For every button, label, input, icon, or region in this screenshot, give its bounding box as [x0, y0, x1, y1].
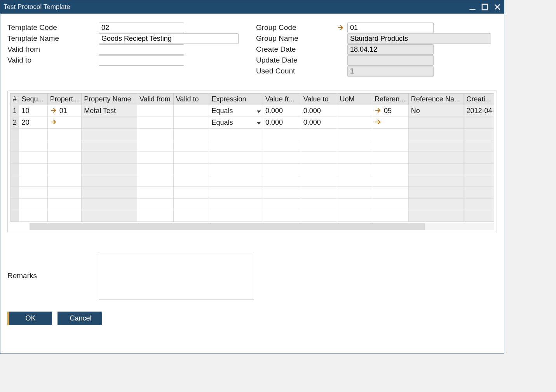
cell-creation: 2012-04-	[464, 105, 494, 117]
cell-reference[interactable]: 05	[372, 105, 409, 117]
table-row-empty[interactable]	[10, 199, 494, 210]
group-code-input[interactable]	[347, 23, 434, 33]
update-date-label: Update Date	[256, 56, 347, 64]
table-row-empty[interactable]	[10, 164, 494, 175]
used-count-input	[347, 66, 434, 77]
reference-link-icon[interactable]	[375, 107, 382, 114]
cell-value-to[interactable]: 0.000	[301, 105, 337, 117]
reference-link-icon[interactable]	[375, 118, 382, 125]
test-protocol-window: Test Protocol Template Template Code Tem…	[0, 0, 504, 354]
table-row-empty[interactable]	[10, 140, 494, 152]
valid-to-input[interactable]	[99, 55, 184, 66]
cell-uom[interactable]	[337, 117, 372, 129]
cell-property[interactable]	[47, 117, 82, 129]
col-sequence[interactable]: Sequ...	[19, 94, 47, 105]
grid-horizontal-scrollbar[interactable]	[10, 223, 494, 230]
property-link-icon[interactable]	[50, 107, 58, 114]
group-code-label: Group Code	[256, 23, 347, 32]
svg-rect-1	[482, 4, 488, 10]
cell-rownum: 1	[10, 105, 19, 117]
template-name-input[interactable]	[99, 33, 239, 44]
create-date-input	[347, 44, 434, 55]
col-valid-to[interactable]: Valid to	[173, 94, 209, 105]
table-row-empty[interactable]	[10, 152, 494, 164]
group-name-label: Group Name	[256, 34, 347, 43]
property-link-icon[interactable]	[50, 118, 58, 125]
table-row-empty[interactable]	[10, 175, 494, 187]
cell-sequence[interactable]: 20	[19, 117, 47, 129]
expression-dropdown-icon[interactable]	[256, 118, 261, 127]
cell-reference-name	[408, 117, 464, 129]
col-value-to[interactable]: Value to	[301, 94, 337, 105]
remarks-input[interactable]	[99, 252, 254, 300]
cell-value-from[interactable]: 0.000	[263, 117, 301, 129]
table-row-empty[interactable]	[10, 129, 494, 140]
table-row[interactable]: 11001Metal TestEquals0.0000.00005No2012-…	[10, 105, 494, 117]
cell-valid-from[interactable]	[137, 105, 173, 117]
col-uom[interactable]: UoM	[337, 94, 372, 105]
ok-button[interactable]: OK	[7, 312, 52, 325]
col-property[interactable]: Propert...	[47, 94, 82, 105]
cell-value-to[interactable]: 0.000	[301, 117, 337, 129]
valid-from-label: Valid from	[7, 45, 99, 54]
cell-property-name	[82, 117, 137, 129]
create-date-label: Create Date	[256, 45, 347, 54]
cell-sequence[interactable]: 10	[19, 105, 47, 117]
table-row-empty[interactable]	[10, 210, 494, 222]
template-code-label: Template Code	[7, 23, 99, 32]
remarks-label: Remarks	[7, 272, 99, 280]
col-creation[interactable]: Creati...	[464, 94, 494, 105]
col-expression[interactable]: Expression	[209, 94, 263, 105]
cell-value-from[interactable]: 0.000	[263, 105, 301, 117]
cell-reference-name: No	[408, 105, 464, 117]
table-row-empty[interactable]	[10, 187, 494, 199]
properties-grid: # Sequ... Propert... Property Name Valid…	[7, 91, 497, 233]
update-date-input	[347, 55, 434, 66]
cell-expression[interactable]: Equals	[209, 105, 263, 117]
col-valid-from[interactable]: Valid from	[137, 94, 173, 105]
titlebar: Test Protocol Template	[0, 0, 504, 14]
group-code-link-icon[interactable]	[337, 24, 345, 31]
cell-uom[interactable]	[337, 105, 372, 117]
close-icon[interactable]	[494, 3, 501, 10]
minimize-icon[interactable]	[469, 3, 476, 10]
expression-dropdown-icon[interactable]	[256, 107, 261, 115]
col-value-from[interactable]: Value fr...	[263, 94, 301, 105]
col-reference-name[interactable]: Reference Na...	[408, 94, 464, 105]
grid-header-row: # Sequ... Propert... Property Name Valid…	[10, 94, 494, 105]
window-controls	[469, 3, 501, 10]
cell-valid-to[interactable]	[173, 117, 209, 129]
col-reference[interactable]: Referen...	[372, 94, 409, 105]
cell-creation	[464, 117, 494, 129]
valid-to-label: Valid to	[7, 56, 99, 64]
template-name-label: Template Name	[7, 34, 99, 43]
cell-valid-to[interactable]	[173, 105, 209, 117]
group-name-input	[347, 33, 491, 44]
template-code-input[interactable]	[99, 23, 184, 33]
cell-property[interactable]: 01	[47, 105, 82, 117]
table-row[interactable]: 220Equals0.0000.000	[10, 117, 494, 129]
used-count-label: Used Count	[256, 67, 347, 75]
col-property-name[interactable]: Property Name	[82, 94, 137, 105]
maximize-icon[interactable]	[481, 3, 488, 10]
col-num[interactable]: #	[10, 94, 19, 105]
cell-rownum: 2	[10, 117, 19, 129]
cell-reference[interactable]	[372, 117, 409, 129]
cell-property-name: Metal Test	[82, 105, 137, 117]
valid-from-input[interactable]	[99, 44, 184, 55]
cancel-button[interactable]: Cancel	[58, 312, 102, 325]
cell-expression[interactable]: Equals	[209, 117, 263, 129]
window-title: Test Protocol Template	[3, 3, 469, 11]
cell-valid-from[interactable]	[137, 117, 173, 129]
